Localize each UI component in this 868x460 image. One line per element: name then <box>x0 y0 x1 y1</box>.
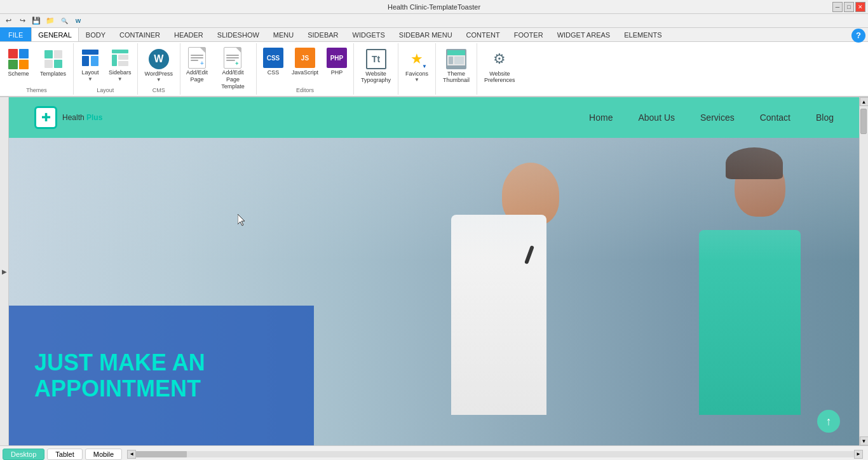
tab-widgets[interactable]: WIDGETS <box>346 27 392 41</box>
website-typography-button[interactable]: Tt WebsiteTypography <box>356 44 395 86</box>
scroll-to-top-button[interactable]: ↑ <box>817 410 840 433</box>
tab-widget-areas[interactable]: WIDGET AREAS <box>550 27 618 41</box>
tab-container[interactable]: CONTAINER <box>112 27 167 41</box>
php-button[interactable]: PHP PHP <box>323 44 351 78</box>
tablet-tab[interactable]: Tablet <box>47 449 82 460</box>
title-bar: Health Clinic-TemplateToaster ─ □ ✕ <box>0 0 868 14</box>
tab-file[interactable]: FILE <box>0 27 31 41</box>
javascript-button[interactable]: JS JavaScript <box>288 44 322 78</box>
tab-general[interactable]: GENERAL <box>31 27 79 41</box>
favicons-group-label <box>401 92 433 95</box>
help-button[interactable]: ? <box>851 29 865 43</box>
scrollbar-thumb[interactable] <box>860 109 867 134</box>
javascript-icon: JS <box>295 48 315 68</box>
qa-undo[interactable]: ↩ <box>3 15 14 27</box>
wordpress-icon: W <box>147 48 170 71</box>
editors-items: CSS CSS JS JavaScript PHP PHP <box>259 44 351 86</box>
horizontal-scrollbar: ◄ ► <box>127 450 863 459</box>
vertical-scrollbar: ▲ ▼ <box>859 97 868 445</box>
layout-label: Layout <box>82 69 99 76</box>
cms-items: W WordPress ▼ <box>140 44 177 86</box>
svg-rect-4 <box>112 55 117 66</box>
website-preferences-button[interactable]: ⚙ WebsitePreferences <box>480 44 520 86</box>
wordpress-label: WordPress <box>145 71 173 77</box>
add-edit-page-label: Add/EditPage <box>186 69 208 83</box>
qa-save[interactable]: 💾 <box>31 15 42 27</box>
layout-items: Layout ▼ Sidebars ▼ <box>76 44 135 86</box>
tab-menu[interactable]: MENU <box>266 27 301 41</box>
nav-blog[interactable]: Blog <box>816 112 834 123</box>
h-scroll-left[interactable]: ◄ <box>127 450 136 459</box>
desktop-tab[interactable]: Desktop <box>3 449 44 460</box>
qa-preview[interactable]: 🔍 <box>58 15 70 27</box>
ribbon-panel: Scheme Templates Themes <box>0 42 868 97</box>
nav-home[interactable]: Home <box>589 112 613 123</box>
minimize-button[interactable]: ─ <box>832 2 843 12</box>
h-scroll-thumb[interactable] <box>136 451 187 457</box>
svg-rect-6 <box>118 61 128 66</box>
templates-button[interactable]: Templates <box>36 44 71 80</box>
tab-sidebar[interactable]: SIDEBAR <box>301 27 345 41</box>
scheme-label: Scheme <box>8 71 29 77</box>
css-icon: CSS <box>263 48 283 68</box>
php-icon: PHP <box>327 48 347 68</box>
nav-about[interactable]: About Us <box>638 112 675 123</box>
cms-group-label: CMS <box>140 86 177 95</box>
add-edit-page-template-button[interactable]: ✦ Add/Edit PageTemplate <box>212 44 254 91</box>
tab-sidebar-menu[interactable]: SIDEBAR MENU <box>392 27 459 41</box>
website-typography-label: WebsiteTypography <box>361 71 391 83</box>
qa-open[interactable]: 📁 <box>44 15 56 27</box>
thumbnail-items: ThemeThumbnail <box>438 44 474 92</box>
nav-services[interactable]: Services <box>700 112 735 123</box>
qa-wordpress[interactable]: W <box>72 15 84 27</box>
website-logo: ✚ Health Plus <box>34 106 102 129</box>
css-button[interactable]: CSS CSS <box>259 44 287 78</box>
svg-rect-3 <box>112 50 128 53</box>
scheme-icon <box>7 48 30 71</box>
favicons-button[interactable]: ★ ▼ Favicons ▼ <box>401 44 433 86</box>
hero-title-line2: APPOINTMENT <box>34 375 288 402</box>
scrollbar-up-button[interactable]: ▲ <box>860 97 869 106</box>
h-scroll-track <box>136 451 854 457</box>
favicons-icon: ★ ▼ <box>405 48 428 71</box>
hero-section: JUST MAKE AN APPOINTMENT ↑ <box>9 138 859 445</box>
title-bar-text: Health Clinic-TemplateToaster <box>388 3 480 11</box>
page-group-label <box>183 92 254 95</box>
typography-items: Tt WebsiteTypography <box>356 44 395 92</box>
nav-contact[interactable]: Contact <box>760 112 790 123</box>
scheme-button[interactable]: Scheme <box>3 44 34 80</box>
wordpress-button[interactable]: W WordPress ▼ <box>140 44 177 86</box>
typography-group-label <box>356 92 395 95</box>
thumbnail-group-label <box>438 92 474 95</box>
maximize-button[interactable]: □ <box>844 2 854 12</box>
logo-icon: ✚ <box>34 106 57 129</box>
panel-toggle[interactable]: ▶ <box>0 97 9 445</box>
tab-content[interactable]: CONTENT <box>459 27 507 41</box>
css-label: CSS <box>268 69 280 76</box>
close-button[interactable]: ✕ <box>855 2 865 12</box>
add-edit-page-button[interactable]: + Add/EditPage <box>183 44 211 85</box>
tab-elements[interactable]: ELEMENTS <box>617 27 668 41</box>
tab-slideshow[interactable]: SLIDESHOW <box>210 27 266 41</box>
ribbon-group-editors: CSS CSS JS JavaScript PHP PHP Editors <box>257 43 354 95</box>
hero-overlay: JUST MAKE AN APPOINTMENT <box>9 306 314 445</box>
layout-button[interactable]: Layout ▼ <box>76 44 104 84</box>
tab-header[interactable]: HEADER <box>167 27 210 41</box>
theme-thumbnail-label: ThemeThumbnail <box>443 71 470 83</box>
window-controls: ─ □ ✕ <box>832 2 865 12</box>
h-scroll-right[interactable]: ► <box>854 450 863 459</box>
sidebars-icon <box>110 48 130 68</box>
scrollbar-down-button[interactable]: ▼ <box>860 436 869 445</box>
sidebars-button[interactable]: Sidebars ▼ <box>105 44 135 84</box>
qa-redo[interactable]: ↪ <box>17 15 28 27</box>
mobile-tab[interactable]: Mobile <box>85 449 122 460</box>
layout-icon <box>80 48 100 68</box>
theme-thumbnail-button[interactable]: ThemeThumbnail <box>438 44 474 86</box>
tab-body[interactable]: BODY <box>79 27 112 41</box>
tab-footer[interactable]: FOOTER <box>507 27 550 41</box>
scrollbar-track <box>860 106 868 436</box>
ribbon-group-favicons: ★ ▼ Favicons ▼ <box>398 43 436 95</box>
website-navbar: ✚ Health Plus Home About Us Services Con… <box>9 97 859 138</box>
add-edit-page-template-icon: ✦ <box>222 48 243 68</box>
add-edit-page-template-label: Add/Edit PageTemplate <box>215 69 250 90</box>
